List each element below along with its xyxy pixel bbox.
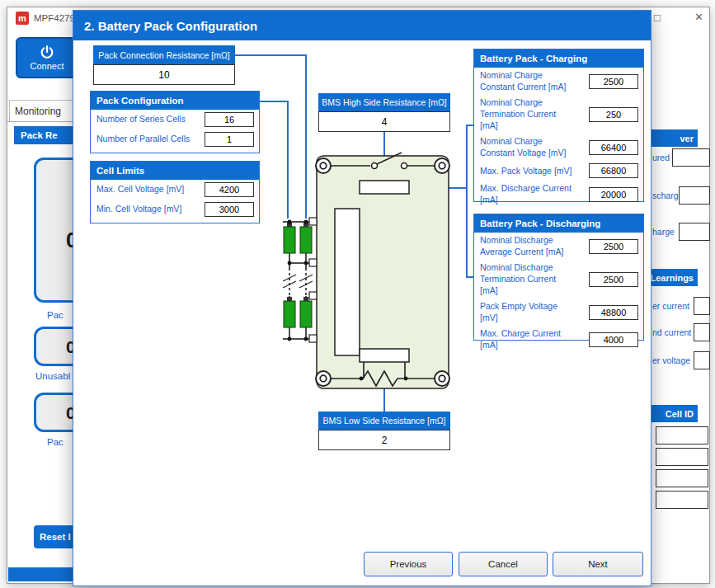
- right-input-2[interactable]: [679, 186, 710, 205]
- right-input-1[interactable]: [672, 148, 710, 167]
- series-cells-input[interactable]: [205, 112, 254, 127]
- charge-termination-current-label: Nominal Charge Termination Current [mA]: [480, 97, 576, 131]
- right-input-6[interactable]: [694, 351, 710, 369]
- discharge-termination-current-row: Nominal Discharge Termination Current [m…: [474, 260, 643, 299]
- cell-id-box-1[interactable]: [656, 426, 708, 445]
- tab-underline: [7, 121, 82, 122]
- max-discharge-current-label: Max. Discharge Current [mA]: [480, 183, 576, 205]
- maximize-icon[interactable]: □: [654, 12, 661, 24]
- app-logo: m: [16, 12, 29, 25]
- window-title: MPF4279: [34, 13, 75, 23]
- max-pack-voltage-row: Max. Pack Voltage [mV]: [474, 161, 643, 181]
- charge-constant-current-label: Nominal Charge Constant Current [mA]: [480, 70, 576, 92]
- cancel-button[interactable]: Cancel: [459, 552, 548, 576]
- pack-result-label-1: Pac: [47, 310, 64, 320]
- charge-termination-current-row: Nominal Charge Termination Current [mA]: [474, 95, 643, 134]
- pack-terminals: [316, 158, 449, 386]
- discharge-average-current-input[interactable]: [589, 239, 638, 254]
- max-pack-voltage-label: Max. Pack Voltage [mV]: [480, 166, 576, 177]
- break-marks: [283, 275, 313, 288]
- pack-empty-voltage-input[interactable]: [589, 305, 638, 320]
- right-label-4-fragment: er current: [652, 301, 689, 311]
- bottom-bar-fragment: [8, 567, 73, 581]
- max-cell-voltage-label: Max. Cell Voltage [mV]: [96, 184, 184, 195]
- max-discharge-current-row: Max. Discharge Current [mA]: [474, 181, 643, 208]
- charge-constant-voltage-row: Nominal Charge Constant Voltage [mV]: [474, 134, 643, 161]
- discharge-average-current-row: Nominal Discharge Average Current [mA]: [474, 233, 643, 260]
- charge-constant-voltage-label: Nominal Charge Constant Voltage [mV]: [480, 136, 576, 158]
- cell-limits-header: Cell Limits: [91, 162, 259, 180]
- max-cell-voltage-input[interactable]: [205, 182, 254, 197]
- battery-cells: [284, 227, 312, 327]
- pack-results-header-fragment: Pack Re: [14, 126, 75, 144]
- right-input-3[interactable]: [679, 223, 710, 241]
- min-cell-voltage-input[interactable]: [205, 202, 254, 217]
- discharge-average-current-label: Nominal Discharge Average Current [mA]: [480, 235, 576, 257]
- right-label-6-fragment: er voltage: [652, 355, 690, 365]
- bms-components: [335, 181, 409, 362]
- cell-limits-group: Cell Limits Max. Cell Voltage [mV] Min. …: [90, 161, 260, 223]
- dialog-titlebar: 2. Battery Pack Configuration: [73, 11, 651, 40]
- tab-monitoring-label: Monitoring: [15, 106, 61, 117]
- junction-dots: [288, 220, 408, 381]
- pack-empty-voltage-row: Pack Empty Voltage [mV]: [474, 299, 643, 326]
- min-cell-voltage-label: Min. Cell Voltage [mV]: [96, 204, 181, 215]
- pack-result-label-2: Unusabl: [35, 371, 70, 381]
- charge-constant-voltage-input[interactable]: [589, 140, 638, 155]
- pack-result-label-3: Pac: [47, 437, 64, 447]
- discharge-termination-current-label: Nominal Discharge Termination Current [m…: [480, 262, 576, 296]
- discharging-header: Battery Pack - Discharging: [474, 214, 643, 233]
- min-cell-voltage-row: Min. Cell Voltage [mV]: [91, 200, 259, 219]
- cell-terminals: [287, 223, 308, 301]
- right-label-1-fragment: ured: [652, 153, 670, 162]
- battery-pack-charging-group: Battery Pack - Charging Nominal Charge C…: [473, 49, 644, 202]
- screen: m MPF4279 □ ✕ Connect Monitoring Pack Re…: [0, 0, 715, 588]
- series-cells-row: Number of Series Cells: [91, 110, 259, 129]
- pack-connection-resistance-input[interactable]: [93, 64, 235, 85]
- right-label-5-fragment: nd current: [652, 327, 691, 337]
- bms-low-side-label: BMS Low Side Resistance [mΩ]: [318, 412, 450, 430]
- close-icon[interactable]: ✕: [694, 11, 703, 23]
- bms-high-side-input[interactable]: [318, 111, 450, 132]
- bms-high-side-label: BMS High Side Resistance [mΩ]: [318, 93, 450, 111]
- previous-button[interactable]: Previous: [364, 552, 453, 576]
- right-label-3-fragment: harge: [652, 227, 675, 237]
- pack-empty-voltage-label: Pack Empty Voltage [mV]: [480, 301, 576, 323]
- max-charge-current-input[interactable]: [589, 332, 638, 347]
- dialog-title: 2. Battery Pack Configuration: [84, 19, 257, 33]
- cell-id-box-3[interactable]: [656, 469, 708, 487]
- max-charge-current-label: Max. Charge Current [mA]: [480, 328, 576, 350]
- cell-id-box-4[interactable]: [656, 491, 708, 509]
- series-cells-label: Number of Series Cells: [96, 114, 186, 125]
- charge-constant-current-row: Nominal Charge Constant Current [mA]: [474, 68, 643, 95]
- max-cell-voltage-row: Max. Cell Voltage [mV]: [91, 180, 259, 200]
- connect-button-label: Connect: [31, 61, 64, 71]
- parallel-cells-input[interactable]: [205, 132, 254, 147]
- max-charge-current-row: Max. Charge Current [mA]: [474, 326, 643, 353]
- battery-pack-config-dialog: 2. Battery Pack Configuration: [73, 10, 651, 586]
- pack-connection-resistance-label: Pack Connection Resistance [mΩ]: [93, 45, 235, 64]
- cell-id-box-2[interactable]: [656, 448, 708, 466]
- pack-configuration-header: Pack Configuration: [91, 92, 259, 110]
- pack-body: [317, 156, 449, 388]
- right-input-5[interactable]: [694, 323, 710, 341]
- charge-termination-current-input[interactable]: [589, 107, 638, 122]
- right-input-4[interactable]: [694, 297, 710, 315]
- bms-low-side-input[interactable]: [318, 430, 450, 450]
- next-button[interactable]: Next: [553, 552, 643, 576]
- battery-pack-discharging-group: Battery Pack - Discharging Nominal Disch…: [473, 214, 644, 341]
- pack-configuration-group: Pack Configuration Number of Series Cell…: [90, 91, 260, 153]
- charge-constant-current-input[interactable]: [589, 74, 638, 89]
- power-icon: [40, 45, 54, 59]
- tap-squares: [309, 218, 317, 342]
- charging-header: Battery Pack - Charging: [474, 49, 643, 68]
- parallel-cells-label: Number of Parallel Cells: [96, 134, 190, 145]
- connect-button[interactable]: Connect: [16, 37, 78, 78]
- switch-symbol: [372, 163, 407, 169]
- parallel-cells-row: Number of Parallel Cells: [91, 129, 259, 149]
- max-discharge-current-input[interactable]: [589, 187, 638, 202]
- max-pack-voltage-input[interactable]: [589, 163, 638, 178]
- wires: [283, 153, 435, 386]
- discharge-termination-current-input[interactable]: [589, 272, 638, 287]
